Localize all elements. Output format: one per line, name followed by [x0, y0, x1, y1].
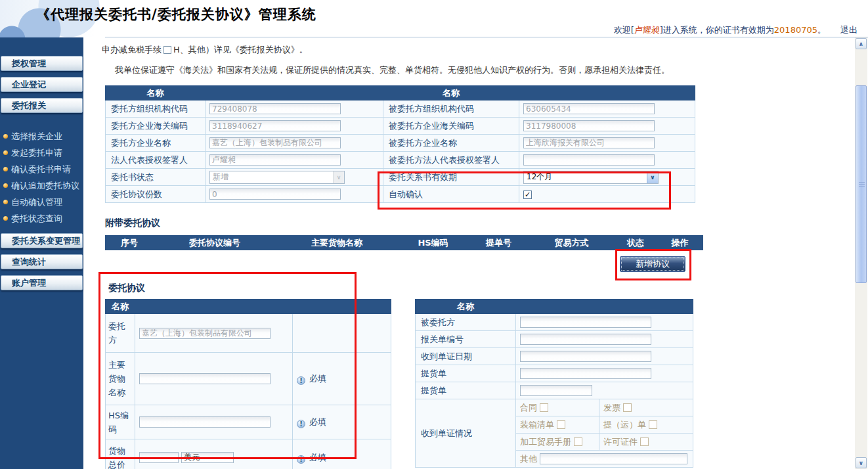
receive-date-input[interactable]	[520, 351, 651, 362]
delivery-bill-input[interactable]	[520, 368, 651, 379]
table-row: 委托方企业海关编码 被委托方企业海关编码	[106, 118, 695, 135]
vertical-scrollbar[interactable]: ∧ ∨	[855, 37, 867, 469]
agreement-left-header-name: 名称	[106, 300, 135, 314]
sidebar-item-initiate-entrust[interactable]: 发起委托申请	[0, 145, 83, 161]
notice-line-2: 我单位保证遵守《海关法》和国家有关法规，保证所提供的情况真实、完整、单货相符。无…	[115, 64, 670, 76]
main-content: 申办减免税手续H、其他）详见《委托报关协议》。 我单位保证遵守《海关法》和国家有…	[89, 37, 852, 469]
bullet-icon	[3, 134, 8, 139]
agreement-total-price-input[interactable]	[139, 452, 179, 463]
sidebar-item-select-broker[interactable]: 选择报关企业	[0, 128, 83, 145]
agreement-consignee-input[interactable]	[520, 317, 651, 328]
table-row: 收到单证日期	[416, 348, 693, 365]
declaration-no-input[interactable]	[520, 334, 651, 345]
entrust-validity-select[interactable]: 12个月 ∨	[523, 171, 659, 184]
app-header: 《代理报关委托书/委托报关协议》管理系统 欢迎[卢耀昶]进入系统，你的证书有效期…	[0, 0, 868, 37]
sidebar-section-query-statistics[interactable]: 查询统计	[1, 254, 83, 269]
packing-list-checkbox[interactable]	[557, 420, 565, 429]
app-title: 《代理报关委托书/委托报关协议》管理系统	[36, 5, 316, 24]
user-name: 卢耀昶	[634, 25, 660, 35]
col-header-operation: 操作	[657, 236, 703, 250]
table-row: 货物总价 !必填	[106, 439, 391, 469]
sidebar-item-auto-confirm-management[interactable]: 自动确认管理	[0, 194, 83, 210]
welcome-prefix: 欢迎[	[614, 25, 634, 35]
table-row: 主要货物名称 !必填	[106, 353, 391, 405]
agreement-title: 委托协议	[108, 282, 145, 294]
bullet-icon	[3, 216, 8, 221]
bullet-icon	[3, 183, 8, 188]
col-header-agreement-no: 委托协议编号	[154, 236, 276, 250]
consignee-signer-input[interactable]	[523, 154, 655, 166]
trade-manual-checkbox[interactable]	[574, 437, 582, 446]
sidebar-item-entrust-status-query[interactable]: 委托状态查询	[0, 210, 83, 227]
table-row: HS编码 !必填	[106, 405, 391, 439]
scrollbar-thumb[interactable]	[856, 85, 867, 283]
entrust-letter-status-select: 新增 ∨	[209, 171, 345, 184]
sidebar-section-enterprise-registration[interactable]: 企业登记	[1, 77, 83, 92]
bullet-icon	[3, 150, 8, 155]
table-row: 委托协议份数 自动确认 ✓	[106, 186, 695, 203]
entrust-form-table: 名称 名称 委托方组织机构代码 被委托方组织机构代码 委托方企业海关编码 被委托…	[105, 85, 695, 203]
bullet-icon	[3, 167, 8, 171]
sidebar-item-confirm-additional-agreement[interactable]: 确认追加委托协议	[0, 177, 83, 194]
table-row: 委托书状态 新增 ∨ 委托关系书有效期 12个月 ∨	[106, 169, 695, 186]
table-row: 提货单	[416, 365, 693, 382]
delivery-bill-2-input[interactable]	[520, 385, 592, 396]
scroll-down-icon[interactable]: ∨	[856, 457, 867, 468]
col-header-trade-mode: 贸易方式	[529, 236, 615, 250]
col-header-bill-no: 提单号	[469, 236, 529, 250]
sidebar-section-account-management[interactable]: 账户管理	[1, 275, 83, 290]
table-row: 委托方企业名称 被委托方企业名称	[106, 135, 695, 152]
agreement-right-header-name: 名称	[416, 300, 516, 314]
lading-bill-checkbox[interactable]	[649, 420, 657, 429]
invoice-checkbox[interactable]	[623, 403, 632, 412]
agreement-right-table: 名称 被委托方 报关单编号 收到单证日期 提货单 提货单 收到单证情况 合同 发…	[415, 299, 693, 468]
add-agreement-button[interactable]: 新增协议	[620, 256, 685, 272]
form-header-name-left: 名称	[106, 86, 206, 100]
col-header-seq: 序号	[106, 236, 154, 250]
welcome-suffix: 。	[817, 25, 826, 35]
bullet-icon	[3, 200, 8, 204]
consignor-customs-code-input	[209, 120, 341, 131]
consignee-org-code-input	[523, 103, 655, 114]
scroll-up-icon[interactable]: ∧	[856, 38, 867, 49]
auto-confirm-checkbox[interactable]: ✓	[523, 190, 532, 199]
license-checkbox[interactable]	[640, 437, 649, 446]
table-row: 报关单编号	[416, 331, 693, 348]
sidebar: 授权管理 企业登记 委托报关 选择报关企业 发起委托申请 确认委托书申请 确认追…	[0, 37, 83, 469]
notice-line-1: 申办减免税手续H、其他）详见《委托报关协议》。	[102, 44, 308, 56]
agreement-currency-input[interactable]	[181, 452, 234, 463]
required-label: 必填	[309, 417, 326, 427]
contract-checkbox[interactable]	[540, 403, 548, 412]
sidebar-section-entrusted-declaration[interactable]: 委托报关	[1, 98, 83, 113]
col-header-goods-name: 主要货物名称	[276, 236, 398, 250]
form-header-name-right: 名称	[383, 86, 519, 100]
agreement-left-table: 名称 委托方 主要货物名称 !必填 HS编码 !必填 货物总价 !必填	[105, 299, 391, 469]
consignee-company-name-input	[523, 137, 655, 148]
required-icon: !	[297, 455, 305, 464]
reduction-checkbox[interactable]	[163, 46, 171, 54]
agreement-count-input	[209, 189, 341, 200]
table-row: 收到单证情况 合同 发票	[416, 399, 693, 416]
attached-agreements-table: 序号 委托协议编号 主要货物名称 HS编码 提单号 贸易方式 状态 操作	[105, 235, 703, 250]
other-docs-input[interactable]	[540, 453, 687, 464]
consignor-signer-input	[209, 154, 341, 166]
required-label: 必填	[309, 453, 326, 462]
other-docs-label: 其他	[520, 454, 537, 464]
sidebar-item-confirm-entrust-letter[interactable]: 确认委托书申请	[0, 161, 83, 177]
table-row: 被委托方	[416, 314, 693, 331]
agreement-goods-name-input[interactable]	[139, 373, 271, 384]
required-icon: !	[297, 420, 305, 428]
sidebar-section-relation-change[interactable]: 委托关系变更管理	[1, 233, 83, 248]
cert-date: 20180705	[774, 25, 817, 35]
consignor-org-code-input	[209, 103, 341, 114]
received-documents-label: 收到单证情况	[416, 399, 516, 468]
agreement-consignor-input	[139, 328, 271, 339]
welcome-mid: ]进入系统，你的证书有效期为	[660, 25, 774, 35]
table-row: 法人代表授权签署人 被委托方法人代表授权签署人	[106, 152, 695, 169]
col-header-status: 状态	[615, 236, 657, 250]
sidebar-section-authorization[interactable]: 授权管理	[1, 56, 83, 71]
agreement-hs-code-input[interactable]	[139, 416, 271, 428]
col-header-hs-code: HS编码	[398, 236, 469, 250]
logout-link[interactable]: 退出	[840, 25, 857, 35]
required-icon: !	[297, 376, 305, 385]
